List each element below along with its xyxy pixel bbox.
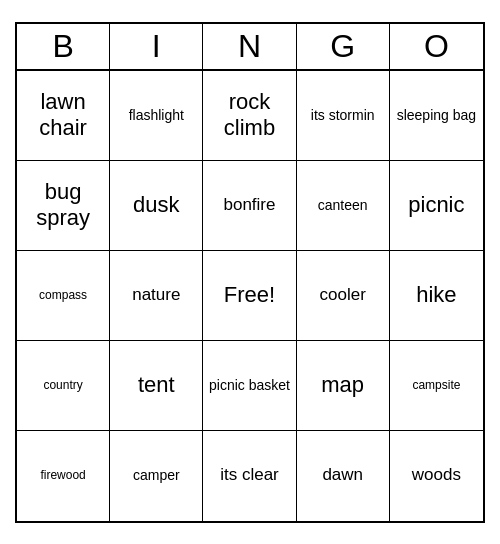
cell-text: its stormin	[311, 107, 375, 124]
header-letter: I	[110, 24, 203, 69]
bingo-cell: nature	[110, 251, 203, 341]
header-letter: B	[17, 24, 110, 69]
cell-text: camper	[133, 467, 180, 484]
bingo-cell: picnic	[390, 161, 483, 251]
cell-text: picnic	[408, 192, 464, 218]
bingo-cell: tent	[110, 341, 203, 431]
bingo-cell: country	[17, 341, 110, 431]
cell-text: flashlight	[129, 107, 184, 124]
cell-text: map	[321, 372, 364, 398]
bingo-cell: campsite	[390, 341, 483, 431]
cell-text: tent	[138, 372, 175, 398]
bingo-cell: lawn chair	[17, 71, 110, 161]
bingo-cell: sleeping bag	[390, 71, 483, 161]
header-letter: N	[203, 24, 296, 69]
bingo-cell: camper	[110, 431, 203, 521]
bingo-cell: its stormin	[297, 71, 390, 161]
cell-text: lawn chair	[21, 89, 105, 142]
bingo-cell: compass	[17, 251, 110, 341]
header-letter: G	[297, 24, 390, 69]
bingo-cell: firewood	[17, 431, 110, 521]
bingo-card: BINGO lawn chairflashlightrock climbits …	[15, 22, 485, 523]
cell-text: dawn	[322, 465, 363, 485]
bingo-cell: map	[297, 341, 390, 431]
bingo-cell: flashlight	[110, 71, 203, 161]
cell-text: dusk	[133, 192, 179, 218]
bingo-grid: lawn chairflashlightrock climbits stormi…	[17, 71, 483, 521]
cell-text: hike	[416, 282, 456, 308]
cell-text: Free!	[224, 282, 275, 308]
bingo-cell: its clear	[203, 431, 296, 521]
cell-text: country	[43, 378, 82, 392]
cell-text: cooler	[320, 285, 366, 305]
bingo-cell: picnic basket	[203, 341, 296, 431]
bingo-cell: Free!	[203, 251, 296, 341]
cell-text: sleeping bag	[397, 107, 476, 124]
bingo-cell: bonfire	[203, 161, 296, 251]
cell-text: woods	[412, 465, 461, 485]
cell-text: nature	[132, 285, 180, 305]
cell-text: picnic basket	[209, 377, 290, 394]
header-letter: O	[390, 24, 483, 69]
cell-text: campsite	[412, 378, 460, 392]
bingo-cell: cooler	[297, 251, 390, 341]
bingo-cell: hike	[390, 251, 483, 341]
cell-text: compass	[39, 288, 87, 302]
cell-text: firewood	[40, 468, 85, 482]
bingo-cell: dawn	[297, 431, 390, 521]
cell-text: rock climb	[207, 89, 291, 142]
cell-text: bonfire	[224, 195, 276, 215]
bingo-cell: canteen	[297, 161, 390, 251]
bingo-cell: rock climb	[203, 71, 296, 161]
cell-text: bug spray	[21, 179, 105, 232]
cell-text: its clear	[220, 465, 279, 485]
bingo-cell: bug spray	[17, 161, 110, 251]
bingo-cell: woods	[390, 431, 483, 521]
cell-text: canteen	[318, 197, 368, 214]
bingo-header: BINGO	[17, 24, 483, 71]
bingo-cell: dusk	[110, 161, 203, 251]
